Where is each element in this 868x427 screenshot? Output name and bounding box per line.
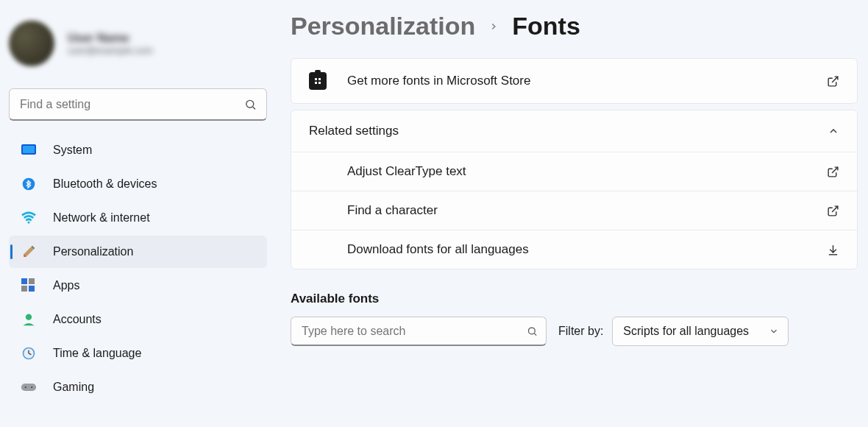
svg-point-15 — [25, 387, 26, 388]
bluetooth-icon — [21, 176, 37, 192]
monitor-icon — [21, 142, 37, 158]
sidebar-item-apps[interactable]: Apps — [9, 269, 267, 302]
filter-select[interactable]: Scripts for all languages — [612, 317, 789, 346]
sidebar-item-accounts[interactable]: Accounts — [9, 303, 267, 336]
svg-line-19 — [832, 206, 838, 212]
svg-rect-6 — [21, 278, 27, 284]
svg-point-5 — [28, 222, 30, 224]
download-fonts-row[interactable]: Download fonts for all languages — [291, 230, 857, 269]
related-header[interactable]: Related settings — [291, 110, 857, 152]
svg-point-10 — [26, 314, 32, 320]
svg-point-22 — [529, 328, 536, 334]
breadcrumb: Personalization Fonts — [291, 12, 858, 40]
search-input[interactable] — [9, 88, 267, 121]
sidebar-item-label: Bluetooth & devices — [53, 177, 157, 191]
filter-value: Scripts for all languages — [623, 325, 749, 338]
search-wrap — [9, 88, 267, 121]
sidebar-item-bluetooth[interactable]: Bluetooth & devices — [9, 168, 267, 200]
external-link-icon — [827, 75, 839, 88]
cleartype-row[interactable]: Adjust ClearType text — [291, 152, 857, 191]
store-card: Get more fonts in Microsoft Store — [291, 58, 858, 104]
find-character-label: Find a character — [347, 203, 438, 218]
sidebar-item-network[interactable]: Network & internet — [9, 202, 267, 234]
store-row[interactable]: Get more fonts in Microsoft Store — [291, 59, 857, 103]
store-label: Get more fonts in Microsoft Store — [347, 74, 806, 88]
sidebar-item-label: Apps — [53, 279, 79, 292]
filter-label: Filter by: — [558, 325, 603, 338]
svg-rect-8 — [21, 286, 27, 292]
svg-point-16 — [31, 387, 32, 388]
sidebar-item-label: Network & internet — [53, 211, 150, 225]
sidebar-item-label: Accounts — [53, 313, 102, 326]
sidebar-item-time[interactable]: Time & language — [9, 337, 267, 370]
font-search-row: Filter by: Scripts for all languages — [291, 317, 858, 346]
paintbrush-icon — [21, 244, 37, 260]
breadcrumb-parent[interactable]: Personalization — [291, 12, 475, 40]
svg-rect-9 — [29, 286, 35, 292]
sidebar-item-label: Gaming — [53, 381, 94, 394]
search-icon — [244, 99, 257, 111]
profile-text: User Name user@example.com — [68, 32, 153, 56]
svg-line-23 — [534, 334, 536, 336]
font-search-input[interactable] — [291, 317, 547, 346]
external-link-icon — [827, 205, 839, 217]
gamepad-icon — [21, 379, 37, 395]
find-character-row[interactable]: Find a character — [291, 191, 857, 230]
sidebar-item-label: Personalization — [53, 245, 133, 258]
svg-line-17 — [832, 77, 838, 82]
svg-line-1 — [253, 107, 255, 109]
svg-rect-3 — [23, 146, 35, 153]
nav: System Bluetooth & devices Network & int… — [9, 134, 267, 403]
related-card: Related settings Adjust ClearType text F… — [291, 110, 858, 269]
apps-icon — [21, 278, 37, 294]
related-header-label: Related settings — [309, 124, 399, 138]
svg-line-18 — [832, 167, 838, 173]
sidebar-item-label: Time & language — [53, 347, 141, 360]
breadcrumb-current: Fonts — [512, 12, 580, 40]
wifi-icon — [21, 210, 37, 226]
cleartype-label: Adjust ClearType text — [347, 164, 466, 179]
clock-icon — [21, 345, 37, 361]
profile-email: user@example.com — [68, 45, 153, 56]
sidebar-item-label: System — [53, 144, 92, 157]
avatar[interactable] — [9, 21, 54, 66]
sidebar-item-gaming[interactable]: Gaming — [9, 371, 267, 403]
download-icon — [827, 244, 839, 256]
font-search — [291, 317, 547, 346]
sidebar-item-system[interactable]: System — [9, 134, 267, 166]
external-link-icon — [827, 166, 839, 178]
svg-rect-7 — [29, 278, 35, 284]
download-fonts-label: Download fonts for all languages — [347, 242, 529, 257]
search-icon — [527, 326, 538, 337]
sidebar-item-personalization[interactable]: Personalization — [9, 236, 267, 268]
svg-point-0 — [246, 100, 254, 107]
profile-name: User Name — [68, 32, 153, 45]
store-icon — [309, 72, 327, 90]
chevron-down-icon — [769, 326, 779, 336]
chevron-right-icon — [488, 21, 499, 32]
main: Personalization Fonts Get more fonts in … — [276, 0, 868, 427]
sidebar: User Name user@example.com System Blueto… — [0, 0, 276, 427]
available-fonts-title: Available fonts — [291, 292, 858, 306]
person-icon — [21, 311, 37, 328]
profile-section[interactable]: User Name user@example.com — [9, 13, 267, 74]
chevron-up-icon — [828, 125, 839, 137]
svg-rect-14 — [21, 384, 36, 391]
